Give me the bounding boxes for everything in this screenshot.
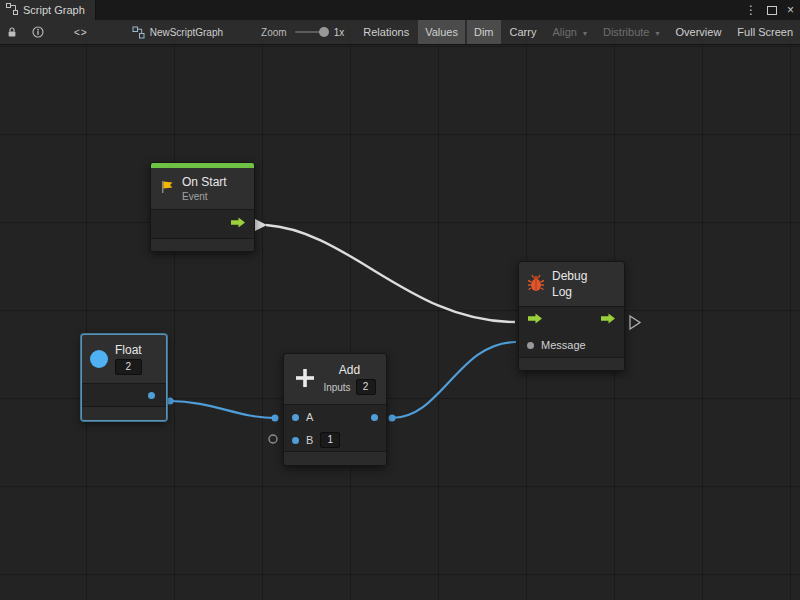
node-body: A B 1 — [284, 404, 386, 451]
message-input-row: Message — [519, 333, 624, 357]
port-row-b: B 1 — [284, 429, 386, 451]
node-footer — [151, 238, 254, 251]
node-debug-log[interactable]: Debug Log — [518, 261, 625, 371]
flag-icon — [159, 179, 175, 198]
node-title: Float — [115, 343, 142, 357]
maximize-icon[interactable] — [767, 6, 777, 15]
graph-file-icon — [132, 20, 145, 44]
graph-name: NewScriptGraph — [150, 27, 223, 38]
zoom-slider-knob[interactable] — [319, 27, 329, 37]
input-port-a[interactable] — [292, 414, 299, 421]
tab-script-graph[interactable]: Script Graph — [0, 0, 96, 20]
node-float[interactable]: Float 2 — [81, 334, 167, 421]
code-icon[interactable]: <> — [74, 20, 88, 44]
node-title: Debug — [552, 269, 587, 283]
message-input-port[interactable] — [527, 342, 534, 349]
wire-onstart-to-log — [266, 225, 515, 322]
node-body — [82, 383, 166, 406]
float-output-port[interactable] — [148, 392, 155, 399]
distribute-button[interactable]: Distribute ▾ — [596, 20, 667, 44]
node-title: Add — [339, 363, 360, 377]
exec-output-port[interactable] — [600, 313, 616, 327]
plus-icon — [294, 367, 316, 392]
relations-button[interactable]: Relations — [356, 20, 416, 44]
port-b-value-field[interactable]: 1 — [320, 432, 340, 448]
exec-output-row — [151, 210, 254, 238]
zoom-label: Zoom — [261, 27, 287, 38]
message-port-label: Message — [541, 339, 586, 351]
wires-layer — [0, 45, 800, 600]
node-header: Debug Log — [519, 262, 624, 306]
close-icon[interactable]: × — [787, 0, 794, 20]
exec-input-port[interactable] — [527, 313, 543, 327]
graph-toolbar: <> NewScriptGraph Zoom 1x Relations Valu… — [0, 20, 800, 45]
port-row-a: A — [284, 405, 386, 429]
info-icon[interactable] — [32, 20, 44, 44]
exec-row — [519, 307, 624, 333]
chevron-down-icon: ▾ — [656, 29, 660, 38]
zoom-value: 1x — [334, 27, 345, 38]
inputs-count-field[interactable]: 2 — [356, 379, 376, 395]
fullscreen-button[interactable]: Full Screen — [730, 20, 800, 44]
menu-icon[interactable]: ⋮ — [745, 0, 757, 20]
align-label: Align — [552, 26, 576, 38]
wire-add-to-message — [392, 342, 516, 418]
zoom-slider[interactable] — [295, 31, 327, 33]
graph-canvas[interactable]: On Start Event — [0, 45, 800, 600]
unconnected-exec-out-handle — [630, 316, 640, 329]
node-footer — [82, 406, 166, 420]
dim-button[interactable]: Dim — [467, 20, 501, 44]
exec-wire-arrowhead — [255, 219, 267, 231]
value-output-row — [82, 384, 166, 406]
port-a-label: A — [306, 411, 313, 423]
port-b-label: B — [306, 434, 313, 446]
align-button[interactable]: Align ▾ — [545, 20, 594, 44]
carry-button[interactable]: Carry — [503, 20, 544, 44]
script-graph-icon — [6, 3, 18, 17]
input-port-b[interactable] — [292, 437, 299, 444]
node-header: Add Inputs 2 — [284, 354, 386, 404]
distribute-label: Distribute — [603, 26, 649, 38]
node-body — [151, 209, 254, 238]
unconnected-port-b-handle — [269, 435, 277, 443]
node-footer — [519, 357, 624, 370]
node-subtitle: Log — [552, 285, 587, 299]
tab-title: Script Graph — [23, 4, 85, 16]
window-controls: ⋮ × — [745, 0, 798, 20]
float-value-field[interactable]: 2 — [115, 359, 142, 375]
bug-icon — [527, 274, 545, 295]
lock-icon[interactable] — [6, 20, 18, 44]
inputs-label: Inputs — [323, 382, 350, 393]
node-on-start[interactable]: On Start Event — [150, 162, 255, 252]
values-button[interactable]: Values — [418, 20, 465, 44]
node-body: Message — [519, 306, 624, 357]
tab-bar: Script Graph ⋮ × — [0, 0, 800, 20]
node-header: Float 2 — [82, 335, 166, 383]
wire-float-to-add — [170, 401, 275, 418]
node-footer — [284, 451, 386, 465]
node-title: On Start — [182, 175, 227, 189]
chevron-down-icon: ▾ — [583, 29, 587, 38]
node-add[interactable]: Add Inputs 2 A B 1 — [283, 353, 387, 466]
exec-output-port[interactable] — [230, 217, 246, 231]
visual-scripting-window: Script Graph ⋮ × <> — [0, 0, 800, 600]
sum-output-port[interactable] — [371, 414, 378, 421]
node-header: On Start Event — [151, 168, 254, 209]
node-subtitle: Event — [182, 191, 227, 202]
float-icon — [90, 350, 108, 368]
overview-button[interactable]: Overview — [669, 20, 729, 44]
